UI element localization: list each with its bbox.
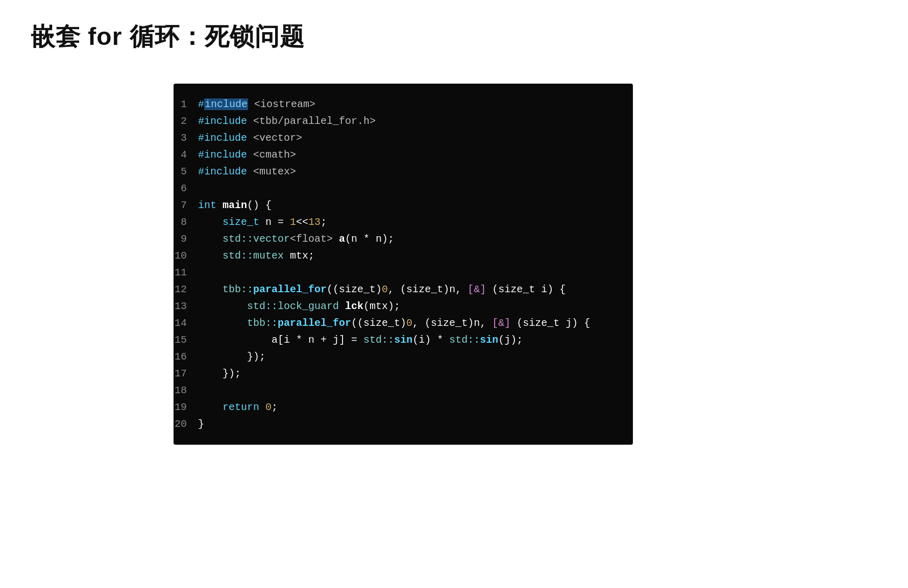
- line-content: #include <vector>: [198, 130, 302, 146]
- line-number: 5: [174, 163, 198, 180]
- line-content: #include <tbb/parallel_for.h>: [198, 113, 376, 130]
- code-line: 19 return 0;: [174, 399, 633, 416]
- line-content: #include <cmath>: [198, 146, 296, 163]
- line-number: 14: [174, 315, 198, 331]
- code-line: 20}: [174, 416, 633, 432]
- page-container: 嵌套 for 循环：死锁问题 1#include <iostream>2#inc…: [0, 0, 908, 465]
- line-content: a[i * n + j] = std::sin(i) * std::sin(j)…: [198, 331, 523, 348]
- code-line: 17 });: [174, 365, 633, 382]
- code-line: 18: [174, 382, 633, 399]
- code-line: 16 });: [174, 348, 633, 365]
- code-line: 7int main() {: [174, 197, 633, 214]
- line-content: tbb::parallel_for((size_t)0, (size_t)n, …: [198, 281, 566, 298]
- code-line: 14 tbb::parallel_for((size_t)0, (size_t)…: [174, 315, 633, 331]
- line-number: 7: [174, 197, 198, 214]
- line-content: std::lock_guard lck(mtx);: [198, 298, 400, 315]
- line-content: tbb::parallel_for((size_t)0, (size_t)n, …: [198, 315, 590, 331]
- line-number: 4: [174, 146, 198, 163]
- page-title: 嵌套 for 循环：死锁问题: [31, 20, 877, 53]
- line-content: #include <mutex>: [198, 163, 296, 180]
- code-line: 5#include <mutex>: [174, 163, 633, 180]
- line-content: size_t n = 1<<13;: [198, 214, 327, 231]
- line-number: 17: [174, 365, 198, 382]
- code-line: 1#include <iostream>: [174, 96, 633, 113]
- line-number: 8: [174, 214, 198, 231]
- code-line: 13 std::lock_guard lck(mtx);: [174, 298, 633, 315]
- code-wrapper: 1#include <iostream>2#include <tbb/paral…: [174, 84, 877, 445]
- line-content: });: [198, 365, 241, 382]
- line-content: });: [198, 348, 265, 365]
- code-line: 9 std::vector<float> a(n * n);: [174, 231, 633, 247]
- line-content: return 0;: [198, 399, 278, 416]
- code-line: 12 tbb::parallel_for((size_t)0, (size_t)…: [174, 281, 633, 298]
- code-line: 11: [174, 264, 633, 281]
- line-number: 3: [174, 130, 198, 146]
- code-line: 3#include <vector>: [174, 130, 633, 146]
- line-content: int main() {: [198, 197, 272, 214]
- line-number: 18: [174, 382, 198, 399]
- line-number: 2: [174, 113, 198, 130]
- line-number: 9: [174, 231, 198, 247]
- line-number: 12: [174, 281, 198, 298]
- code-block: 1#include <iostream>2#include <tbb/paral…: [174, 84, 633, 445]
- line-number: 16: [174, 348, 198, 365]
- code-line: 6: [174, 180, 633, 197]
- line-number: 10: [174, 247, 198, 264]
- code-line: 2#include <tbb/parallel_for.h>: [174, 113, 633, 130]
- line-number: 13: [174, 298, 198, 315]
- code-line: 15 a[i * n + j] = std::sin(i) * std::sin…: [174, 331, 633, 348]
- line-number: 15: [174, 331, 198, 348]
- line-content: std::vector<float> a(n * n);: [198, 231, 394, 247]
- line-content: #include <iostream>: [198, 96, 315, 113]
- line-number: 6: [174, 180, 198, 197]
- code-line: 10 std::mutex mtx;: [174, 247, 633, 264]
- line-number: 11: [174, 264, 198, 281]
- line-number: 20: [174, 416, 198, 432]
- code-line: 8 size_t n = 1<<13;: [174, 214, 633, 231]
- line-number: 1: [174, 96, 198, 113]
- line-number: 19: [174, 399, 198, 416]
- code-line: 4#include <cmath>: [174, 146, 633, 163]
- line-content: }: [198, 416, 204, 432]
- line-content: std::mutex mtx;: [198, 247, 314, 264]
